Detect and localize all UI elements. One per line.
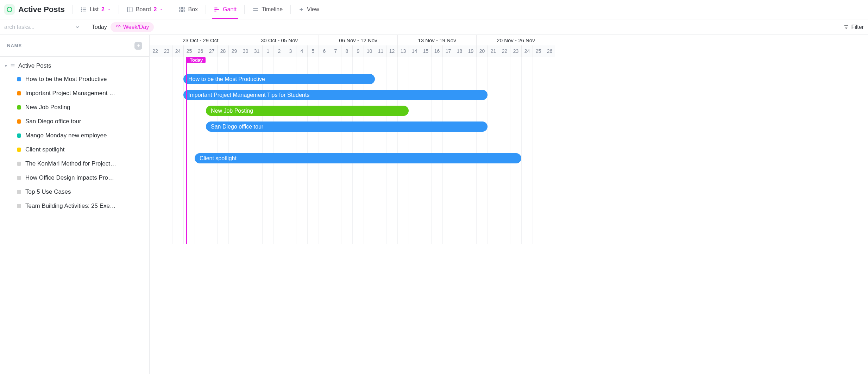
- task-panel: NAME ▾ Active Posts How to be the Most P…: [0, 35, 150, 374]
- day-cell: 28: [217, 45, 228, 57]
- gantt-lane: [150, 214, 868, 230]
- day-cell: 22: [150, 45, 161, 57]
- today-line: [186, 57, 187, 244]
- week-cell: 20 Nov - 26 Nov: [476, 35, 555, 45]
- task-row[interactable]: San Diego office tour: [0, 114, 149, 129]
- task-row[interactable]: How to be the Most Productive: [0, 72, 149, 86]
- tab-box[interactable]: Box: [175, 4, 201, 15]
- tab-label: Box: [188, 6, 198, 13]
- gantt-bar[interactable]: How to be the Most Productive: [183, 74, 375, 84]
- day-cell: 27: [206, 45, 217, 57]
- gantt-lane: San Diego office tour: [150, 119, 868, 135]
- plus-icon: [298, 7, 304, 12]
- day-cell: 25: [533, 45, 544, 57]
- svg-rect-9: [180, 7, 182, 9]
- svg-point-0: [7, 7, 12, 12]
- gantt-lane: [150, 182, 868, 198]
- svg-rect-10: [183, 7, 184, 9]
- task-label: How to be the Most Productive: [25, 76, 107, 83]
- chevron-down-icon[interactable]: [75, 24, 80, 30]
- day-cell: 13: [397, 45, 409, 57]
- tab-board[interactable]: Board 2: [123, 4, 167, 15]
- collapse-icon: ▾: [5, 64, 7, 68]
- day-cell: 6: [319, 45, 330, 57]
- task-row[interactable]: Team Building Activities: 25 Exe…: [0, 199, 149, 213]
- task-row[interactable]: New Job Posting: [0, 100, 149, 114]
- gantt-lane: Client spotlight: [150, 150, 868, 166]
- gauge-icon: [115, 24, 121, 30]
- task-label: Important Project Management …: [25, 90, 115, 97]
- tab-list[interactable]: List 2: [77, 4, 114, 15]
- svg-point-4: [81, 8, 82, 8]
- day-cell: 7: [330, 45, 341, 57]
- timeline-header: 23 Oct - 29 Oct30 Oct - 05 Nov06 Nov - 1…: [150, 35, 868, 57]
- day-cell: 26: [195, 45, 206, 57]
- day-cell: 11: [375, 45, 386, 57]
- day-cell: 18: [454, 45, 465, 57]
- task-row[interactable]: The KonMari Method for Project…: [0, 157, 149, 171]
- divider: [119, 5, 119, 14]
- search-input[interactable]: [4, 24, 71, 30]
- status-dot: [17, 105, 21, 110]
- task-label: The KonMari Method for Project…: [25, 160, 116, 167]
- gantt-bar[interactable]: Important Project Management Tips for St…: [183, 90, 488, 100]
- today-button[interactable]: Today: [92, 24, 107, 30]
- box-icon: [179, 6, 185, 13]
- tab-timeline[interactable]: Timeline: [249, 4, 286, 15]
- status-dot: [17, 119, 21, 124]
- group-row[interactable]: ▾ Active Posts: [0, 60, 149, 72]
- gantt-bar[interactable]: San Diego office tour: [206, 121, 488, 132]
- tab-label: Board: [136, 6, 151, 13]
- day-cell: 24: [172, 45, 183, 57]
- tab-count: 2: [101, 6, 105, 13]
- task-row[interactable]: How Office Design impacts Pro…: [0, 171, 149, 185]
- divider: [290, 5, 291, 14]
- timeline-body[interactable]: Today How to be the Most ProductiveImpor…: [150, 57, 868, 244]
- task-label: Client spotlight: [25, 146, 65, 153]
- gantt-panel: 23 Oct - 29 Oct30 Oct - 05 Nov06 Nov - 1…: [150, 35, 868, 374]
- day-cell: 17: [442, 45, 454, 57]
- name-column-label: NAME: [7, 43, 22, 48]
- gantt-lane: Important Project Management Tips for St…: [150, 87, 868, 103]
- day-cell: 26: [544, 45, 555, 57]
- task-row[interactable]: Mango Monday new employee: [0, 129, 149, 143]
- gantt-icon: [214, 6, 220, 13]
- gantt-group-lane: [150, 57, 868, 71]
- tab-gantt[interactable]: Gantt: [210, 4, 240, 15]
- timeline-icon: [252, 6, 259, 13]
- day-cell: 10: [364, 45, 375, 57]
- status-dot: [17, 204, 21, 208]
- add-column-button[interactable]: [134, 42, 142, 50]
- column-header: NAME: [0, 35, 149, 57]
- gantt-lane: How to be the Most Productive: [150, 71, 868, 87]
- divider: [171, 5, 171, 14]
- day-cell: 5: [307, 45, 319, 57]
- svg-point-5: [81, 9, 82, 10]
- gantt-bar[interactable]: New Job Posting: [206, 106, 409, 116]
- day-cell: 9: [352, 45, 364, 57]
- task-row[interactable]: Client spotlight: [0, 143, 149, 157]
- svg-rect-12: [183, 10, 184, 12]
- add-view-button[interactable]: View: [295, 4, 322, 15]
- status-dot: [17, 91, 21, 95]
- status-dot: [17, 77, 21, 81]
- gantt-bar[interactable]: Client spotlight: [195, 153, 521, 163]
- tab-label: Gantt: [223, 6, 237, 13]
- gantt-lane: [150, 198, 868, 214]
- divider: [73, 5, 73, 14]
- task-label: Team Building Activities: 25 Exe…: [25, 202, 116, 210]
- list-lines-icon: [10, 63, 15, 69]
- filter-button[interactable]: Filter: [843, 24, 864, 30]
- zoom-selector[interactable]: Week/Day: [111, 22, 154, 32]
- task-row[interactable]: Top 5 Use Cases: [0, 185, 149, 199]
- week-cell: 23 Oct - 29 Oct: [161, 35, 240, 45]
- app-icon: [4, 4, 15, 15]
- day-cell: 31: [251, 45, 262, 57]
- toolbar: Today Week/Day Filter: [0, 19, 868, 35]
- task-label: San Diego office tour: [25, 118, 81, 125]
- week-cell: 30 Oct - 05 Nov: [240, 35, 319, 45]
- task-label: Top 5 Use Cases: [25, 188, 71, 195]
- task-row[interactable]: Important Project Management …: [0, 86, 149, 100]
- status-dot: [17, 190, 21, 194]
- svg-point-6: [81, 11, 82, 12]
